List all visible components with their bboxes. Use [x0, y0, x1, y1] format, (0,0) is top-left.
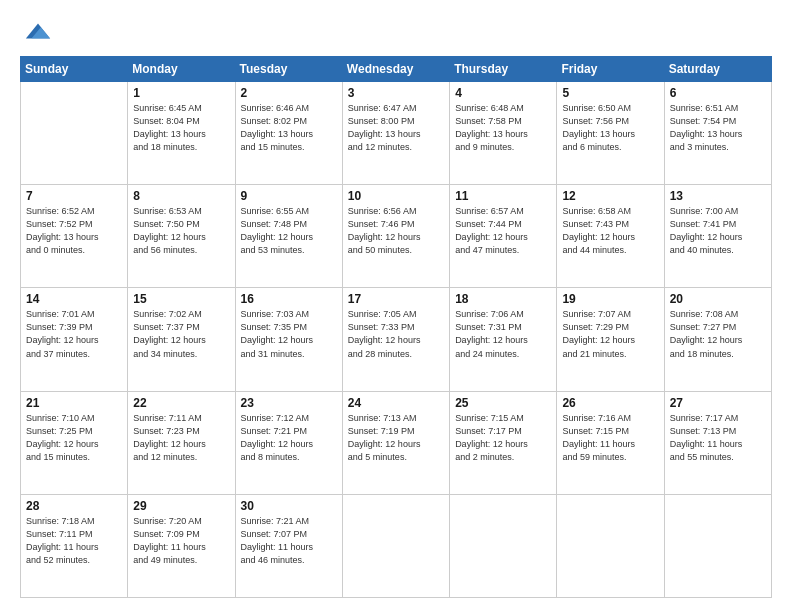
day-info: Sunrise: 7:08 AMSunset: 7:27 PMDaylight:… [670, 308, 766, 360]
header [20, 18, 772, 46]
calendar-week-row: 21Sunrise: 7:10 AMSunset: 7:25 PMDayligh… [21, 391, 772, 494]
day-info: Sunrise: 7:03 AMSunset: 7:35 PMDaylight:… [241, 308, 337, 360]
day-info: Sunrise: 7:15 AMSunset: 7:17 PMDaylight:… [455, 412, 551, 464]
calendar-cell [450, 494, 557, 597]
calendar-cell: 18Sunrise: 7:06 AMSunset: 7:31 PMDayligh… [450, 288, 557, 391]
calendar-cell: 15Sunrise: 7:02 AMSunset: 7:37 PMDayligh… [128, 288, 235, 391]
day-number: 8 [133, 189, 229, 203]
weekday-header: Sunday [21, 57, 128, 82]
day-number: 1 [133, 86, 229, 100]
day-number: 16 [241, 292, 337, 306]
day-info: Sunrise: 6:58 AMSunset: 7:43 PMDaylight:… [562, 205, 658, 257]
day-number: 27 [670, 396, 766, 410]
day-number: 22 [133, 396, 229, 410]
calendar-cell: 14Sunrise: 7:01 AMSunset: 7:39 PMDayligh… [21, 288, 128, 391]
day-number: 26 [562, 396, 658, 410]
day-info: Sunrise: 7:01 AMSunset: 7:39 PMDaylight:… [26, 308, 122, 360]
calendar-cell: 25Sunrise: 7:15 AMSunset: 7:17 PMDayligh… [450, 391, 557, 494]
day-info: Sunrise: 7:21 AMSunset: 7:07 PMDaylight:… [241, 515, 337, 567]
calendar-cell: 24Sunrise: 7:13 AMSunset: 7:19 PMDayligh… [342, 391, 449, 494]
logo [20, 18, 52, 46]
day-info: Sunrise: 7:11 AMSunset: 7:23 PMDaylight:… [133, 412, 229, 464]
day-number: 9 [241, 189, 337, 203]
day-number: 14 [26, 292, 122, 306]
calendar-cell: 27Sunrise: 7:17 AMSunset: 7:13 PMDayligh… [664, 391, 771, 494]
day-info: Sunrise: 6:57 AMSunset: 7:44 PMDaylight:… [455, 205, 551, 257]
day-number: 7 [26, 189, 122, 203]
calendar-cell: 5Sunrise: 6:50 AMSunset: 7:56 PMDaylight… [557, 82, 664, 185]
calendar-cell: 23Sunrise: 7:12 AMSunset: 7:21 PMDayligh… [235, 391, 342, 494]
logo-icon [24, 18, 52, 46]
day-info: Sunrise: 6:53 AMSunset: 7:50 PMDaylight:… [133, 205, 229, 257]
day-info: Sunrise: 7:05 AMSunset: 7:33 PMDaylight:… [348, 308, 444, 360]
day-number: 2 [241, 86, 337, 100]
day-number: 3 [348, 86, 444, 100]
day-number: 6 [670, 86, 766, 100]
day-number: 24 [348, 396, 444, 410]
calendar-cell: 11Sunrise: 6:57 AMSunset: 7:44 PMDayligh… [450, 185, 557, 288]
weekday-header: Tuesday [235, 57, 342, 82]
day-number: 25 [455, 396, 551, 410]
day-info: Sunrise: 7:18 AMSunset: 7:11 PMDaylight:… [26, 515, 122, 567]
day-info: Sunrise: 6:52 AMSunset: 7:52 PMDaylight:… [26, 205, 122, 257]
calendar-cell: 3Sunrise: 6:47 AMSunset: 8:00 PMDaylight… [342, 82, 449, 185]
day-number: 28 [26, 499, 122, 513]
weekday-header: Saturday [664, 57, 771, 82]
weekday-header: Thursday [450, 57, 557, 82]
calendar-cell: 26Sunrise: 7:16 AMSunset: 7:15 PMDayligh… [557, 391, 664, 494]
day-info: Sunrise: 7:10 AMSunset: 7:25 PMDaylight:… [26, 412, 122, 464]
day-number: 18 [455, 292, 551, 306]
day-info: Sunrise: 7:07 AMSunset: 7:29 PMDaylight:… [562, 308, 658, 360]
calendar-cell: 29Sunrise: 7:20 AMSunset: 7:09 PMDayligh… [128, 494, 235, 597]
calendar-cell: 17Sunrise: 7:05 AMSunset: 7:33 PMDayligh… [342, 288, 449, 391]
day-info: Sunrise: 6:48 AMSunset: 7:58 PMDaylight:… [455, 102, 551, 154]
day-number: 29 [133, 499, 229, 513]
day-info: Sunrise: 7:16 AMSunset: 7:15 PMDaylight:… [562, 412, 658, 464]
day-info: Sunrise: 7:20 AMSunset: 7:09 PMDaylight:… [133, 515, 229, 567]
day-info: Sunrise: 7:02 AMSunset: 7:37 PMDaylight:… [133, 308, 229, 360]
calendar-cell: 21Sunrise: 7:10 AMSunset: 7:25 PMDayligh… [21, 391, 128, 494]
weekday-header: Wednesday [342, 57, 449, 82]
day-info: Sunrise: 7:12 AMSunset: 7:21 PMDaylight:… [241, 412, 337, 464]
day-info: Sunrise: 7:17 AMSunset: 7:13 PMDaylight:… [670, 412, 766, 464]
day-number: 17 [348, 292, 444, 306]
calendar-cell: 9Sunrise: 6:55 AMSunset: 7:48 PMDaylight… [235, 185, 342, 288]
day-info: Sunrise: 6:47 AMSunset: 8:00 PMDaylight:… [348, 102, 444, 154]
day-number: 30 [241, 499, 337, 513]
calendar-cell: 20Sunrise: 7:08 AMSunset: 7:27 PMDayligh… [664, 288, 771, 391]
calendar-cell: 30Sunrise: 7:21 AMSunset: 7:07 PMDayligh… [235, 494, 342, 597]
calendar-table: SundayMondayTuesdayWednesdayThursdayFrid… [20, 56, 772, 598]
calendar-cell: 6Sunrise: 6:51 AMSunset: 7:54 PMDaylight… [664, 82, 771, 185]
calendar-cell [664, 494, 771, 597]
day-info: Sunrise: 7:06 AMSunset: 7:31 PMDaylight:… [455, 308, 551, 360]
calendar-cell [557, 494, 664, 597]
calendar-cell [342, 494, 449, 597]
calendar-cell: 28Sunrise: 7:18 AMSunset: 7:11 PMDayligh… [21, 494, 128, 597]
day-number: 13 [670, 189, 766, 203]
day-number: 5 [562, 86, 658, 100]
calendar-cell [21, 82, 128, 185]
calendar-cell: 2Sunrise: 6:46 AMSunset: 8:02 PMDaylight… [235, 82, 342, 185]
calendar-week-row: 28Sunrise: 7:18 AMSunset: 7:11 PMDayligh… [21, 494, 772, 597]
calendar-cell: 8Sunrise: 6:53 AMSunset: 7:50 PMDaylight… [128, 185, 235, 288]
calendar-week-row: 1Sunrise: 6:45 AMSunset: 8:04 PMDaylight… [21, 82, 772, 185]
day-info: Sunrise: 7:00 AMSunset: 7:41 PMDaylight:… [670, 205, 766, 257]
day-number: 21 [26, 396, 122, 410]
calendar-cell: 1Sunrise: 6:45 AMSunset: 8:04 PMDaylight… [128, 82, 235, 185]
calendar-cell: 16Sunrise: 7:03 AMSunset: 7:35 PMDayligh… [235, 288, 342, 391]
day-info: Sunrise: 6:46 AMSunset: 8:02 PMDaylight:… [241, 102, 337, 154]
day-number: 20 [670, 292, 766, 306]
calendar-cell: 7Sunrise: 6:52 AMSunset: 7:52 PMDaylight… [21, 185, 128, 288]
day-info: Sunrise: 7:13 AMSunset: 7:19 PMDaylight:… [348, 412, 444, 464]
calendar-cell: 12Sunrise: 6:58 AMSunset: 7:43 PMDayligh… [557, 185, 664, 288]
weekday-header: Monday [128, 57, 235, 82]
day-number: 12 [562, 189, 658, 203]
day-number: 19 [562, 292, 658, 306]
day-info: Sunrise: 6:56 AMSunset: 7:46 PMDaylight:… [348, 205, 444, 257]
day-info: Sunrise: 6:51 AMSunset: 7:54 PMDaylight:… [670, 102, 766, 154]
calendar-week-row: 7Sunrise: 6:52 AMSunset: 7:52 PMDaylight… [21, 185, 772, 288]
calendar-cell: 13Sunrise: 7:00 AMSunset: 7:41 PMDayligh… [664, 185, 771, 288]
calendar-cell: 10Sunrise: 6:56 AMSunset: 7:46 PMDayligh… [342, 185, 449, 288]
day-number: 23 [241, 396, 337, 410]
day-info: Sunrise: 6:50 AMSunset: 7:56 PMDaylight:… [562, 102, 658, 154]
